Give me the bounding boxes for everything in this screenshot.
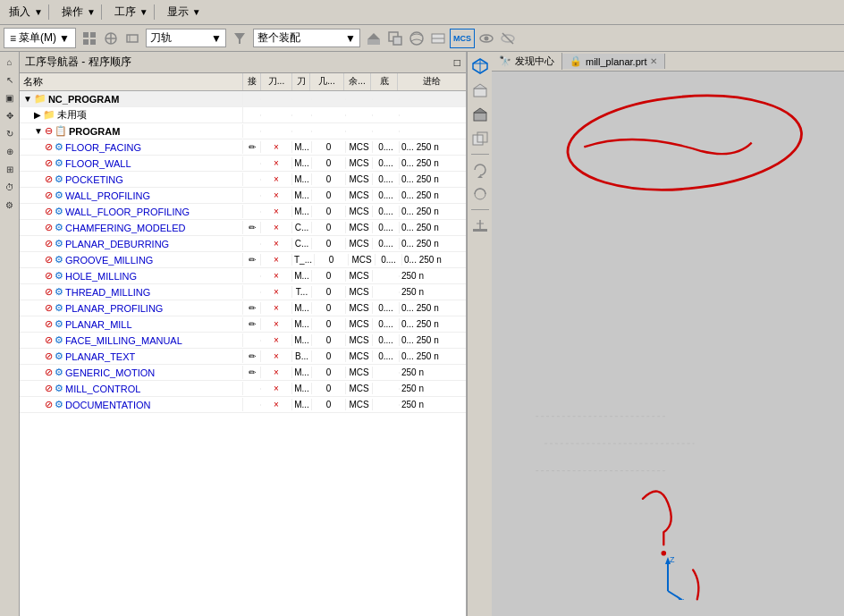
assembly-dropdown[interactable]: 整个装配 ▼ (253, 29, 360, 47)
path-dropdown[interactable]: 刀轨 ▼ (146, 29, 226, 47)
left-icon-zoom[interactable]: ⊕ (2, 143, 18, 159)
toolpath-arrow[interactable]: ▼ (139, 7, 148, 17)
op-type-icon: ⚙ (55, 173, 63, 185)
axis-svg: Z X (650, 555, 686, 600)
op-type-icon: ⚙ (55, 270, 63, 282)
left-icon-select[interactable]: ▣ (2, 89, 18, 105)
table-row[interactable]: ▼ ⊖ 📋 PROGRAM (20, 123, 466, 139)
icon-btn-view2[interactable] (385, 29, 405, 48)
svg-rect-13 (393, 37, 401, 45)
left-icon-home[interactable]: ⌂ (2, 54, 18, 70)
table-row[interactable]: ⊘ ⚙ THREAD_MILLING × T... 0 MCS 250 n (20, 284, 466, 300)
tab-discovery[interactable]: 🔭 发现中心 (492, 53, 562, 70)
cell-name-op: ⊘ ⚙ THREAD_MILLING (20, 285, 243, 299)
table-row[interactable]: ▼ 📁 NC_PROGRAM (20, 91, 466, 107)
no-gen-icon: ⊘ (45, 383, 53, 394)
path-arrow: ▼ (211, 32, 222, 45)
cell-name-op: ⊘ ⚙ WALL_PROFILING (20, 189, 243, 202)
table-row[interactable]: ⊘ ⚙ WALL_PROFILING × M... 0 MCS 0.... 0.… (20, 188, 466, 204)
table-row[interactable]: ⊘ ⚙ WALL_FLOOR_PROFILING × M... 0 MCS 0.… (20, 204, 466, 220)
folder-icon-nc: 📁 (34, 93, 46, 105)
right-icon-rotate2[interactable] (469, 183, 491, 205)
display-arrow[interactable]: ▼ (192, 7, 201, 17)
icon-btn-view3[interactable] (407, 29, 426, 48)
main-layout: ⌂ ↖ ▣ ✥ ↻ ⊕ ⊞ ⏱ ⚙ 工序导航器 - 程序顺序 □ 名称 接 刀.… (0, 52, 844, 616)
icon-btn-view4[interactable] (428, 29, 448, 48)
filter-icon[interactable] (230, 29, 249, 48)
assembly-arrow: ▼ (345, 32, 356, 45)
operate-arrow[interactable]: ▼ (87, 7, 96, 17)
view-tabs: 🔭 发现中心 🔒 mill_planar.prt ✕ (492, 52, 844, 72)
nav-panel: 工序导航器 - 程序顺序 □ 名称 接 刀... 刀 几... 余... 底 进… (20, 52, 467, 616)
table-row[interactable]: ⊘ ⚙ FLOOR_FACING ✏ × M... 0 MCS 0.... 0.… (20, 139, 466, 156)
cell-name-op: ⊘ ⚙ MILL_CONTROL (20, 382, 243, 395)
left-icon-clock[interactable]: ⏱ (2, 179, 18, 195)
op-type-icon: ⚙ (55, 254, 63, 266)
expand-icon-unused[interactable]: ▶ (34, 110, 41, 120)
table-row[interactable]: ⊘ ⚙ PLANAR_DEBURRING × C... 0 MCS 0.... … (20, 236, 466, 252)
icon-btn-1[interactable] (80, 29, 99, 48)
table-row[interactable]: ⊘ ⚙ MILL_CONTROL × M... 0 MCS 250 n (20, 381, 466, 397)
no-gen-icon: ⊘ (45, 350, 53, 362)
program-label: PROGRAM (69, 126, 120, 137)
left-icon-setting[interactable]: ⚙ (2, 197, 18, 213)
col-c7-header: 进给 (398, 73, 466, 90)
table-row[interactable]: ⊘ ⚙ PLANAR_PROFILING ✏ × M... 0 MCS 0...… (20, 300, 466, 316)
icon-btn-view1[interactable] (364, 29, 384, 48)
menu-button[interactable]: ≡ 菜单(M) ▼ (4, 28, 76, 48)
cell-name-op: ⊘ ⚙ WALL_FLOOR_PROFILING (20, 205, 243, 218)
table-row[interactable]: ⊘ ⚙ POCKETING × M... 0 MCS 0.... 0... 25… (20, 172, 466, 188)
expand-icon-program[interactable]: ▼ (34, 126, 43, 136)
toolpath-section: 工序 ▼ (109, 4, 155, 20)
nav-maximize-btn[interactable]: □ (454, 56, 460, 69)
tab-mill-planar[interactable]: 🔒 mill_planar.prt ✕ (562, 54, 665, 69)
left-icon-pan[interactable]: ⊞ (2, 161, 18, 177)
left-icon-move[interactable]: ✥ (2, 107, 18, 123)
cell-name-op: ⊘ ⚙ POCKETING (20, 173, 243, 186)
table-row[interactable]: ▶ 📁 未用项 (20, 107, 466, 123)
right-icon-rotate[interactable] (469, 159, 491, 181)
expand-icon-nc[interactable]: ▼ (23, 94, 32, 104)
mcs-badge: MCS (453, 34, 471, 43)
table-row[interactable]: ⊘ ⚙ FLOOR_WALL × M... 0 MCS 0.... 0... 2… (20, 156, 466, 172)
right-icon-cube3[interactable] (469, 104, 491, 125)
icon-eye[interactable] (477, 29, 496, 48)
tab-close-btn[interactable]: ✕ (650, 56, 657, 66)
insert-arrow[interactable]: ▼ (34, 7, 43, 17)
right-icon-cube2[interactable] (469, 80, 491, 101)
table-row[interactable]: ⊘ ⚙ FACE_MILLING_MANUAL × M... 0 MCS 0..… (20, 333, 466, 349)
cell-name-op: ⊘ ⚙ FLOOR_WALL (20, 156, 243, 170)
right-icon-cube1[interactable] (469, 55, 491, 77)
table-row[interactable]: ⊘ ⚙ GROOVE_MILLING ✏ × T_... 0 MCS 0....… (20, 252, 466, 268)
table-row[interactable]: ⊘ ⚙ PLANAR_MILL ✏ × M... 0 MCS 0.... 0..… (20, 316, 466, 333)
op-name-label: DOCUMENTATION (65, 400, 151, 410)
program-folder-icon: 📋 (55, 125, 67, 137)
table-row[interactable]: ⊘ ⚙ DOCUMENTATION × M... 0 MCS 250 n (20, 397, 466, 413)
col-name-header: 名称 (20, 73, 243, 90)
left-icon-cursor[interactable]: ↖ (2, 72, 18, 88)
op-type-icon: ⚙ (55, 222, 63, 233)
table-row[interactable]: ⊘ ⚙ HOLE_MILLING × M... 0 MCS 250 n (20, 268, 466, 284)
col-c4-header: 几... (310, 73, 344, 90)
icon-btn-3[interactable] (122, 29, 142, 48)
nav-table: 名称 接 刀... 刀 几... 余... 底 进给 ▼ 📁 NC_PROGRA… (20, 73, 466, 616)
icon-btn-2[interactable] (101, 29, 121, 48)
left-icon-rotate[interactable]: ↻ (2, 125, 18, 141)
right-icon-measure[interactable] (469, 215, 491, 236)
table-row[interactable]: ⊘ ⚙ PLANAR_TEXT ✏ × B... 0 MCS 0.... 0..… (20, 349, 466, 365)
right-icon-cube4[interactable] (469, 128, 491, 149)
pencil-icon: ✏ (249, 142, 256, 152)
op-name-label: CHAMFERING_MODELED (65, 223, 185, 233)
cell-name-op: ⊘ ⚙ CHAMFERING_MODELED (20, 221, 243, 234)
op-type-icon: ⚙ (55, 238, 63, 249)
cell-name-op: ⊘ ⚙ GROOVE_MILLING (20, 253, 243, 266)
op-type-icon: ⚙ (55, 383, 63, 394)
table-row[interactable]: ⊘ ⚙ GENERIC_MOTION ✏ × M... 0 MCS 250 n (20, 365, 466, 381)
svg-marker-30 (477, 175, 483, 178)
unused-label: 未用项 (57, 108, 87, 122)
icon-eye-off[interactable] (498, 29, 518, 48)
table-row[interactable]: ⊘ ⚙ CHAMFERING_MODELED ✏ × C... 0 MCS 0.… (20, 220, 466, 236)
op-name-label: PLANAR_DEBURRING (65, 239, 169, 249)
mcs-badge-btn[interactable]: MCS (450, 29, 475, 48)
right-icon-separator2 (471, 209, 489, 210)
